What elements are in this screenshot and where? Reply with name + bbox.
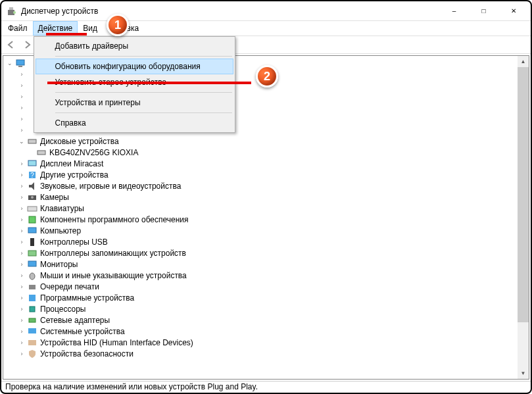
storage-icon	[27, 248, 37, 259]
tree-label: KBG40ZNV256G KIOXIA	[49, 148, 138, 157]
computer-icon	[15, 58, 26, 68]
tree-cameras[interactable]: › Камеры	[3, 191, 529, 203]
disk-icon	[27, 136, 37, 147]
forward-button[interactable]	[20, 37, 34, 52]
svg-rect-23	[29, 318, 36, 322]
menu-scan-hardware[interactable]: Обновить конфигурацию оборудования	[36, 59, 233, 74]
tree-miracast[interactable]: › Дисплеи Miracast	[3, 158, 529, 169]
svg-rect-22	[30, 307, 35, 312]
scroll-thumb[interactable]	[518, 67, 529, 322]
tree-label: Дисплеи Miracast	[40, 159, 103, 168]
callout-1: 1	[107, 14, 129, 36]
tree-network[interactable]: › Сетевые адаптеры	[3, 314, 529, 326]
expand-icon[interactable]: ⌄	[6, 59, 14, 67]
tree-system[interactable]: › Системные устройства	[3, 326, 529, 337]
tree-security[interactable]: › Устройства безопасности	[3, 348, 529, 359]
menu-separator	[55, 92, 232, 93]
svg-rect-1	[9, 7, 13, 10]
tree-mice[interactable]: › Мыши и иные указывающие устройства	[3, 270, 529, 281]
scrollbar-vertical[interactable]: ▲ ▼	[518, 56, 529, 379]
window-title: Диспетчер устройств	[21, 7, 439, 16]
tree-other[interactable]: › ? Другие устройства	[3, 169, 529, 180]
monitor-icon	[27, 259, 37, 270]
tree-audio[interactable]: › Звуковые, игровые и видеоустройства	[3, 180, 529, 191]
tree-software[interactable]: › Компоненты программного обеспечения	[3, 214, 529, 225]
svg-text:?: ?	[30, 172, 34, 179]
callout-2: 2	[256, 65, 278, 87]
tree-label: Системные устройства	[40, 327, 125, 336]
tree-label: Другие устройства	[40, 170, 109, 180]
tree-softdev[interactable]: › Программные устройства	[3, 292, 529, 303]
security-icon	[27, 349, 37, 359]
status-text: Проверка на наличие изменений или новых …	[5, 382, 258, 391]
close-button[interactable]: ✕	[498, 1, 528, 20]
action-dropdown: Добавить драйверы Обновить конфигурацию …	[34, 36, 235, 133]
disk-icon	[36, 147, 47, 158]
svg-rect-14	[29, 216, 36, 223]
svg-rect-16	[30, 238, 34, 246]
svg-rect-5	[28, 139, 36, 143]
svg-rect-7	[28, 160, 36, 166]
svg-rect-24	[28, 328, 36, 333]
svg-rect-25	[28, 340, 36, 345]
status-bar: Проверка на наличие изменений или новых …	[1, 381, 531, 393]
usb-icon	[27, 237, 37, 247]
back-button[interactable]	[4, 37, 18, 52]
scroll-down-button[interactable]: ▼	[518, 368, 529, 379]
cpu-icon	[27, 304, 37, 314]
tree-label: Программные устройства	[40, 293, 134, 303]
software-icon	[27, 214, 37, 225]
tree-label: Очереди печати	[40, 282, 99, 291]
menu-separator	[55, 112, 232, 113]
tree-label: Компоненты программного обеспечения	[40, 215, 189, 224]
scroll-up-button[interactable]: ▲	[518, 56, 529, 67]
tree-label: Устройства безопасности	[40, 349, 133, 358]
camera-icon	[27, 192, 37, 203]
svg-rect-20	[29, 285, 36, 289]
tree-label: Мыши и иные указывающие устройства	[40, 271, 187, 280]
tree-cpu[interactable]: › Процессоры	[3, 303, 529, 314]
minimize-button[interactable]: –	[439, 1, 469, 20]
tree-hid[interactable]: › Устройства HID (Human Interface Device…	[3, 337, 529, 348]
tree-print[interactable]: › Очереди печати	[3, 281, 529, 292]
audio-icon	[27, 181, 37, 191]
title-bar: Диспетчер устройств – □ ✕	[1, 1, 531, 21]
svg-rect-18	[28, 261, 36, 266]
tree-label: Контроллеры USB	[40, 237, 108, 247]
tree-disk-drives[interactable]: ⌄ Дисковые устройства	[3, 135, 529, 147]
tree-monitors[interactable]: › Мониторы	[3, 259, 529, 270]
maximize-button[interactable]: □	[469, 1, 498, 20]
tree-label: Сетевые адаптеры	[40, 316, 110, 325]
menu-action-label: Действие	[38, 24, 73, 33]
tree-disk-item[interactable]: KBG40ZNV256G KIOXIA	[3, 147, 529, 158]
computer-icon	[27, 226, 37, 236]
system-icon	[27, 326, 37, 337]
tree-keyboards[interactable]: › Клавиатуры	[3, 203, 529, 214]
svg-rect-3	[16, 60, 24, 65]
tree-label: Контроллеры запоминающих устройств	[40, 249, 186, 258]
tree-label: Мониторы	[40, 260, 78, 269]
svg-rect-17	[28, 251, 36, 256]
menu-devices-printers[interactable]: Устройства и принтеры	[36, 95, 233, 111]
tree-computer[interactable]: › Компьютер	[3, 225, 529, 236]
tree-storage[interactable]: › Контроллеры запоминающих устройств	[3, 247, 529, 259]
tree-label: Дисковые устройства	[40, 137, 119, 146]
svg-rect-6	[37, 151, 45, 155]
other-icon: ?	[27, 170, 37, 180]
app-icon	[7, 6, 17, 16]
svg-point-12	[31, 196, 34, 199]
svg-rect-13	[28, 207, 37, 211]
tree-label: Устройства HID (Human Interface Devices)	[40, 338, 193, 347]
mouse-icon	[27, 270, 37, 281]
menu-help[interactable]: Справка	[36, 115, 233, 131]
scroll-track[interactable]	[518, 67, 529, 368]
tree-usb[interactable]: › Контроллеры USB	[3, 236, 529, 247]
svg-rect-4	[18, 66, 22, 67]
expand-icon[interactable]: ⌄	[18, 137, 26, 145]
menu-separator	[55, 56, 232, 57]
menu-file[interactable]: Файл	[3, 21, 33, 36]
svg-point-19	[30, 273, 35, 280]
svg-rect-15	[28, 228, 36, 233]
menu-add-drivers[interactable]: Добавить драйверы	[36, 38, 233, 54]
display-icon	[27, 159, 37, 169]
